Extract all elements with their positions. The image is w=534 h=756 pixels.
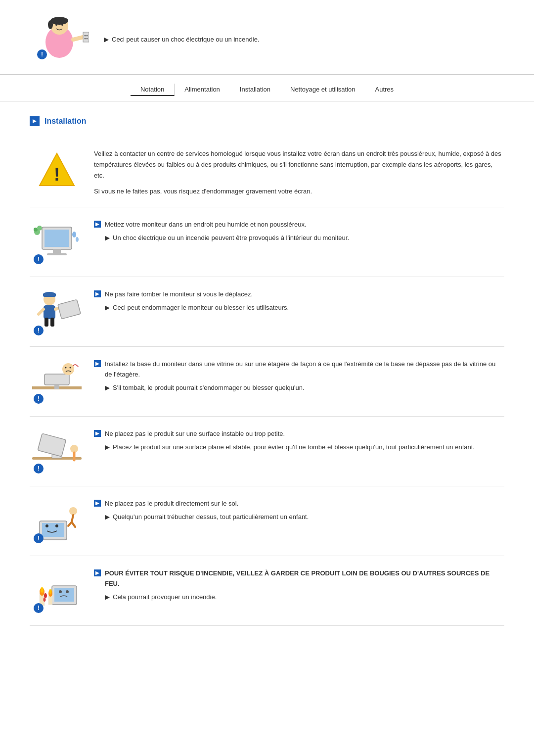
svg-point-44 [70,367,71,369]
block-4-bullet-icon [94,430,101,437]
svg-rect-30 [43,293,56,297]
block-2-bullet-icon [94,290,101,297]
block-6-illustration: ! [30,566,84,615]
block-3-text: Installez la base du moniteur dans une v… [94,357,504,393]
block-1-text: Mettez votre moniteur dans un endroit pe… [94,217,504,243]
svg-rect-18 [44,230,69,247]
svg-rect-32 [44,318,48,327]
svg-rect-49 [38,433,66,457]
svg-rect-36 [58,300,81,319]
svg-point-23 [37,226,42,231]
tab-notation[interactable]: Notation [131,84,175,96]
svg-text:!: ! [38,535,40,542]
svg-point-9 [87,35,88,37]
warning-para2: Si vous ne le faites pas, vous risquez d… [94,186,504,197]
svg-point-22 [34,228,38,232]
block-1-illustration: ! [30,217,84,267]
block-3-illustration: ! [30,357,84,406]
svg-rect-70 [54,588,74,602]
block-4-illustration: ! [30,426,84,476]
block-2: ! Ne pas faire tomber le moniteur si vou… [30,277,504,347]
block-4: ! Ne placez pas le produit sur une surfa… [30,417,504,486]
svg-rect-19 [53,249,61,253]
block-5-bullet-icon [94,500,101,507]
top-section: ! ▶Ceci peut causer un choc électrique o… [0,0,534,75]
svg-point-56 [45,524,48,527]
block-2-text: Ne pas faire tomber le moniteur si vous … [94,287,504,313]
block-1: ! Mettez votre moniteur dans un endroit … [30,207,504,277]
warning-para1: Veillez à contacter un centre de service… [94,148,504,181]
svg-text:!: ! [38,605,40,612]
block-1-sub-bullet: ▶ Un choc électrique ou un incendie peuv… [105,233,504,243]
svg-text:!: ! [38,256,40,263]
svg-rect-31 [44,305,55,319]
block-5-main-bullet: Ne placez pas le produit directement sur… [94,499,504,509]
block-5-illustration: ! [30,496,84,546]
svg-point-72 [66,590,69,593]
svg-point-42 [62,363,74,375]
section-title-icon [30,116,40,126]
svg-point-77 [49,589,52,594]
tab-installation[interactable]: Installation [230,84,280,96]
svg-point-4 [55,24,57,26]
block-3-sub-bullet: ▶ S'il tombait, le produit pourrait s'en… [105,383,504,393]
block-2-illustration: ! [30,287,84,336]
svg-point-67 [44,593,47,598]
warning-block: ! Veillez à contacter un centre de servi… [30,136,504,207]
svg-point-25 [76,237,79,242]
block-4-text: Ne placez pas le produit sur une surface… [94,426,504,453]
svg-text:!: ! [41,51,43,58]
svg-rect-41 [54,385,59,389]
svg-text:!: ! [38,465,40,472]
svg-rect-20 [47,253,67,255]
block-5-sub-bullet: ▶ Quelqu'un pourrait trébucher dessus, t… [105,512,504,522]
tab-nettoyage[interactable]: Nettoyage et utilisation [280,84,365,96]
svg-point-66 [41,587,44,593]
section-title: Installation [30,116,504,126]
svg-rect-33 [50,318,54,327]
block-6-main-bullet: POUR ÉVITER TOUT RISQUE D'INCENDIE, VEIL… [94,568,504,589]
tab-autres[interactable]: Autres [365,84,404,96]
svg-line-59 [72,515,73,522]
block-5: ! Ne placez pas le produit directement s… [30,486,504,556]
svg-text:!: ! [38,327,40,334]
svg-rect-40 [44,374,69,385]
svg-rect-7 [83,32,89,42]
tab-alimentation[interactable]: Alimentation [175,84,230,96]
block-6-bullet-icon [94,569,101,576]
svg-line-61 [72,522,75,527]
block-5-text: Ne placez pas le produit directement sur… [94,496,504,522]
svg-point-57 [55,524,58,527]
svg-point-10 [85,38,86,40]
block-6-sub-bullet: ▶ Cela pourrait provoquer un incendie. [105,592,504,603]
block-2-main-bullet: Ne pas faire tomber le moniteur si vous … [94,289,504,300]
block-1-main-bullet: Mettez votre moniteur dans un endroit pe… [94,220,504,230]
svg-point-5 [61,24,63,26]
svg-rect-55 [42,523,64,537]
top-illustration: ! [30,15,89,64]
block-3-main-bullet: Installez la base du moniteur dans une v… [94,359,504,380]
warning-illustration: ! [30,146,84,195]
svg-text:!: ! [38,395,40,402]
nav-tabs: Notation Alimentation Installation Netto… [0,75,534,101]
block-4-sub-bullet: ▶ Placez le produit sur une surface plan… [105,442,504,453]
block-3-bullet-icon [94,360,101,367]
section-heading: Installation [44,117,86,126]
svg-point-3 [48,20,53,29]
block-6-text: POUR ÉVITER TOUT RISQUE D'INCENDIE, VEIL… [94,566,504,602]
warning-text: Veillez à contacter un centre de service… [94,146,504,197]
svg-point-58 [69,507,77,515]
block-3: ! Installez la base du moniteur dans une… [30,347,504,417]
svg-line-34 [39,309,44,314]
block-4-main-bullet: Ne placez pas le produit sur une surface… [94,429,504,439]
main-content: Installation ! Veillez à contacter un ce… [0,101,534,641]
svg-point-2 [50,17,68,25]
svg-text:!: ! [54,164,60,185]
svg-point-68 [44,598,46,602]
top-bullet-text: ▶Ceci peut causer un choc électrique ou … [104,35,259,45]
svg-point-11 [87,38,88,40]
svg-point-71 [59,590,62,593]
svg-marker-14 [33,119,37,123]
svg-point-8 [85,35,86,37]
svg-point-24 [72,232,76,237]
